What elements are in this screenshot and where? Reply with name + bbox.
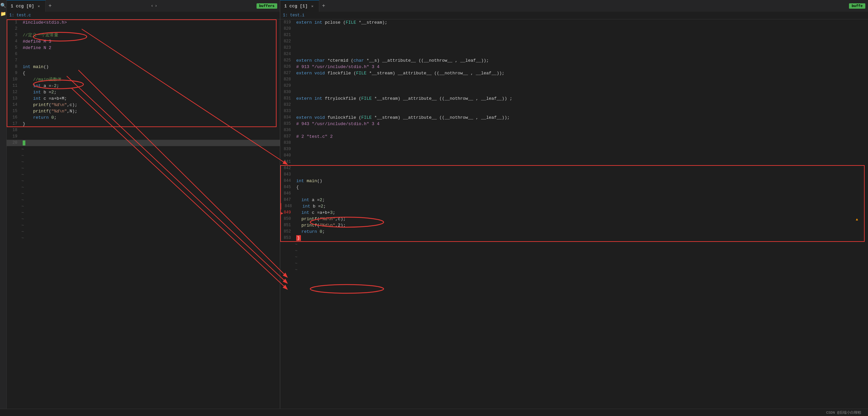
right-editor-pane: 1 ccg [1] ✕ + buffe 1: test.i 819 extern… (280, 0, 868, 409)
r-line-853: 853 } (280, 235, 868, 241)
code-line-12: 12 int b =2; (7, 89, 280, 95)
ln-7: 7 (7, 57, 20, 64)
right-tab-label: 1 ccg [1] (284, 4, 308, 9)
ln-5: 5 (7, 45, 20, 51)
ln-19: 19 (7, 133, 20, 140)
ln-14: 14 (7, 102, 20, 108)
r-line-827: 827 extern void flockfile (FILE *__strea… (280, 70, 868, 76)
lc-18 (20, 127, 280, 133)
r-line-841: 841 (280, 159, 868, 165)
ln-2: 2 (7, 26, 20, 32)
nav-left-icon[interactable]: ‹ (151, 3, 153, 8)
tilde-14: ~ (7, 228, 280, 235)
left-buffers-badge: buffers (256, 3, 277, 9)
lc-9: { (20, 70, 280, 76)
left-tab-bar: 1 ccg [0] ✕ + ‹ › buffers (7, 0, 280, 12)
code-line-11: 11 int a =-2; (7, 83, 280, 89)
code-line-5: 5 #define N 2 (7, 45, 280, 51)
r-ln-819: 819 (280, 19, 293, 26)
code-line-13: 13 int c =a+b+M; (7, 95, 280, 102)
nav-right-icon[interactable]: › (155, 3, 157, 8)
lc-3: //定义一个宏常量 (20, 32, 280, 38)
right-tab-bar: 1 ccg [1] ✕ + buffe (280, 0, 868, 12)
left-tab-label: 1 ccg [0] (11, 4, 34, 9)
tilde-8: ~ (7, 191, 280, 197)
tilde-ln (8, 146, 21, 153)
ln-13: 13 (7, 95, 20, 102)
lc-4: #define M 3 (20, 38, 280, 45)
main-area: 🔍 📁 1 ccg [0] ✕ + ‹ › buffers 1: test.c (0, 0, 868, 409)
ln-18: 18 (7, 127, 20, 133)
r-line-833: 833 (280, 108, 868, 115)
code-line-15: 15 printf("%d\n",N); (7, 108, 280, 115)
r-line-844: 844 int main() (280, 178, 868, 184)
code-line-7: 7 (7, 57, 280, 64)
right-tab-active[interactable]: 1 ccg [1] ✕ (280, 0, 319, 12)
lc-11: int a =-2; (20, 83, 280, 89)
r-line-836: 836 (280, 127, 868, 133)
right-breadcrumb: 1: test.i (280, 12, 868, 19)
r-line-828: 828 (280, 76, 868, 83)
tilde-13: ~ (7, 222, 280, 228)
right-red-box-wrapper: 842 843 844 int main() 845 (280, 165, 868, 241)
lc-16: return 0; (20, 115, 280, 121)
r-line-819: 819 extern int pclose (FILE *__stream); (280, 19, 868, 26)
code-line-1: 1 #include<stdio.h> (7, 19, 280, 26)
r-line-850: 850 printf("%d\n",c); ▲ (280, 216, 868, 222)
left-editor-pane: 1 ccg [0] ✕ + ‹ › buffers 1: test.c (7, 0, 280, 409)
lc-17: } (20, 121, 280, 127)
tilde-7: ~ (7, 184, 280, 191)
r-tilde-2: ~ (280, 248, 868, 254)
tilde-15: ~ (7, 235, 280, 241)
left-tab-add[interactable]: + (46, 3, 54, 9)
tilde-9: ~ (7, 197, 280, 203)
left-editor-content[interactable]: 1 #include<stdio.h> 2 3 //定义一个宏常量 4 #def… (7, 19, 280, 409)
lc-19 (20, 133, 280, 140)
r-line-847: 847 int a =2; (280, 197, 868, 203)
left-breadcrumb: 1: test.c (7, 12, 280, 19)
right-breadcrumb-text: 1: test.i (283, 13, 305, 18)
r-tilde-1: ~ (280, 241, 868, 248)
right-tab-add[interactable]: + (319, 3, 328, 9)
tilde-6: ~ (7, 178, 280, 184)
tilde-11: ~ (7, 210, 280, 216)
ln-4: 4 (7, 38, 20, 45)
r-ln-820: 820 (280, 26, 293, 32)
tilde-1: ~ (7, 146, 280, 153)
left-tab-close[interactable]: ✕ (36, 3, 41, 9)
r-line-820: 820 (280, 26, 868, 32)
right-buffers-badge: buffe (849, 3, 865, 9)
right-tab-close[interactable]: ✕ (310, 3, 315, 9)
r-line-842: 842 (280, 165, 868, 171)
ln-6: 6 (7, 51, 20, 57)
lc-15: printf("%d\n",N); (20, 108, 280, 115)
ln-12: 12 (7, 89, 20, 95)
code-line-20: 20 (7, 140, 280, 146)
files-icon[interactable]: 📁 (0, 11, 6, 17)
r-line-848: 848 int b =2; (280, 203, 868, 210)
r-line-852: 852 return 0; (280, 228, 868, 235)
bottom-bar: CSDN @后端小白聊粗 (0, 409, 868, 416)
tilde-2: ~ (7, 153, 280, 159)
left-tab-nav: ‹ › (151, 3, 160, 8)
left-sidebar: 🔍 📁 (0, 0, 7, 409)
code-line-17: 17 } (7, 121, 280, 127)
tilde-section-right: ~ ~ ~ ~ ~ (280, 241, 868, 273)
r-line-837: 837 # 2 "test.c" 2 (280, 133, 868, 140)
lc-6 (20, 51, 280, 57)
lc-10: //main函数体 (20, 76, 280, 83)
tilde-4: ~ (7, 165, 280, 171)
ln-16: 16 (7, 115, 20, 121)
ln-20: 20 (7, 140, 20, 146)
right-editor-content[interactable]: 819 extern int pclose (FILE *__stream); … (280, 19, 868, 409)
r-line-849: 849 ► int c =a+b+3; (280, 210, 868, 216)
left-tab-active[interactable]: 1 ccg [0] ✕ (7, 0, 46, 12)
r-tilde-4: ~ (280, 260, 868, 266)
search-icon[interactable]: 🔍 (0, 3, 6, 8)
code-line-9: 9 { (7, 70, 280, 76)
tilde-section-left: ~ ~ ~ ~ ~ ~ ~ ~ ~ ~ ~ ~ ~ ~ ~ (7, 146, 280, 241)
lc-8: int main() (20, 64, 280, 70)
ln-8: 8 (7, 64, 20, 70)
ln-10: 10 (7, 76, 20, 83)
lc-7 (20, 57, 280, 64)
